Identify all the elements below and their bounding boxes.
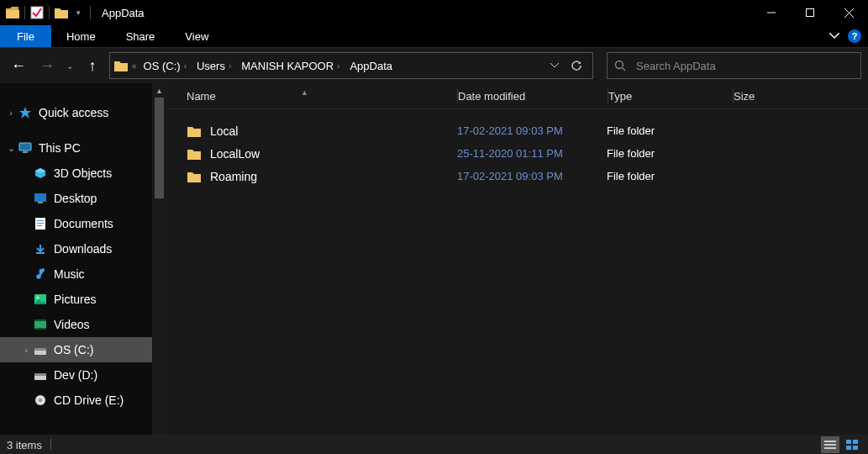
sidebar-item-label: Desktop	[54, 192, 97, 205]
ribbon-expand-icon[interactable]	[829, 33, 839, 40]
svg-rect-20	[34, 328, 46, 330]
svg-rect-31	[853, 440, 858, 444]
svg-rect-2	[807, 9, 814, 17]
file-row[interactable]: Local 17-02-2021 09:03 PM File folder	[166, 119, 868, 142]
tab-share[interactable]: Share	[111, 25, 171, 47]
file-row[interactable]: LocalLow 25-11-2020 01:11 PM File folder	[166, 142, 868, 165]
sidebar-item-label: This PC	[39, 141, 81, 155]
sidebar-item-documents[interactable]: Documents	[0, 211, 152, 236]
chevron-right-icon[interactable]: ›	[20, 345, 32, 355]
navigation-bar: ← → ⌄ ↑ « OS (C:) › Users › MANISH KAPOO…	[0, 48, 868, 83]
refresh-button[interactable]	[571, 60, 582, 71]
view-thumbnails-button[interactable]	[843, 436, 861, 453]
chevron-down-icon[interactable]: ⌄	[5, 143, 17, 154]
chevron-right-icon[interactable]: ›	[337, 61, 339, 71]
drive-icon	[32, 341, 49, 358]
svg-rect-13	[37, 223, 44, 224]
sidebar-item-dev-d[interactable]: Dev (D:)	[0, 362, 152, 388]
chevron-right-icon[interactable]: ›	[184, 61, 187, 71]
tab-file[interactable]: File	[0, 25, 51, 47]
file-name: LocalLow	[210, 147, 260, 161]
address-dropdown-icon[interactable]	[550, 63, 559, 68]
close-button[interactable]	[829, 0, 868, 25]
folder-icon	[187, 169, 202, 184]
properties-icon[interactable]	[29, 5, 45, 20]
breadcrumb-seg-0[interactable]: OS (C:) ›	[140, 60, 190, 72]
sidebar-item-os-c[interactable]: › OS (C:)	[0, 337, 152, 362]
svg-rect-22	[34, 348, 46, 351]
sidebar-item-this-pc[interactable]: ⌄ This PC	[0, 135, 152, 161]
pc-icon	[17, 140, 34, 156]
history-chevron-icon[interactable]: «	[132, 61, 137, 71]
column-header-type[interactable]: Type	[608, 90, 733, 103]
breadcrumb-seg-3[interactable]: AppData	[346, 60, 396, 72]
folder-small-icon[interactable]	[54, 5, 69, 20]
svg-rect-14	[37, 225, 42, 226]
file-row[interactable]: Roaming 17-02-2021 09:03 PM File folder	[166, 165, 868, 187]
breadcrumb-label: Users	[197, 60, 225, 72]
file-type: File folder	[607, 124, 731, 137]
scrollbar-thumb[interactable]	[155, 98, 164, 198]
sidebar-item-music[interactable]: Music	[0, 261, 152, 287]
titlebar: ▾ AppData	[0, 0, 868, 25]
file-date: 17-02-2021 09:03 PM	[457, 124, 607, 137]
breadcrumb-seg-2[interactable]: MANISH KAPOOR ›	[238, 60, 343, 72]
column-headers: Name ▲ Date modified Type Size	[166, 83, 868, 109]
maximize-button[interactable]	[791, 0, 829, 25]
column-header-size[interactable]: Size	[734, 90, 868, 103]
disc-icon	[32, 392, 49, 409]
sidebar-item-3d-objects[interactable]: 3D Objects	[0, 161, 152, 186]
sidebar-item-label: Dev (D:)	[54, 368, 97, 382]
svg-rect-10	[38, 202, 43, 203]
search-icon	[614, 60, 626, 71]
star-icon	[17, 104, 34, 121]
svg-rect-12	[37, 220, 44, 221]
file-type: File folder	[607, 170, 731, 182]
cube-icon	[32, 165, 49, 182]
svg-rect-19	[34, 319, 46, 321]
tab-home[interactable]: Home	[51, 25, 111, 47]
sidebar-item-label: Downloads	[54, 242, 112, 256]
breadcrumb-label: OS (C:)	[144, 60, 181, 72]
svg-rect-32	[846, 446, 851, 450]
scroll-up-icon[interactable]: ▴	[152, 83, 166, 98]
chevron-right-icon[interactable]: ›	[5, 108, 17, 118]
up-button[interactable]: ↑	[81, 54, 104, 77]
sidebar-item-label: Pictures	[54, 293, 97, 306]
breadcrumb-seg-1[interactable]: Users ›	[193, 60, 234, 72]
svg-point-17	[37, 297, 39, 299]
search-box[interactable]	[607, 52, 861, 79]
file-date: 25-11-2020 01:11 PM	[457, 147, 607, 160]
item-count: 3 items	[7, 439, 42, 451]
sort-asc-icon: ▲	[301, 88, 308, 97]
sidebar-item-videos[interactable]: Videos	[0, 312, 152, 337]
column-header-date[interactable]: Date modified	[458, 90, 608, 103]
view-details-button[interactable]	[821, 436, 839, 453]
tab-view[interactable]: View	[170, 25, 224, 47]
sidebar-item-cd-drive-e[interactable]: CD Drive (E:)	[0, 388, 152, 413]
video-icon	[32, 316, 49, 333]
qat-dropdown-icon[interactable]: ▾	[71, 5, 86, 20]
column-header-name[interactable]: Name ▲	[166, 90, 457, 103]
chevron-right-icon[interactable]: ›	[229, 61, 231, 71]
minimize-button[interactable]	[752, 0, 791, 25]
sidebar-item-quick-access[interactable]: › Quick access	[0, 100, 152, 125]
drive-icon	[32, 367, 49, 383]
search-input[interactable]	[634, 59, 854, 73]
sidebar-item-label: CD Drive (E:)	[54, 393, 124, 407]
sidebar-scrollbar[interactable]: ▴	[152, 83, 166, 435]
svg-rect-33	[853, 446, 858, 450]
breadcrumb-label: MANISH KAPOOR	[241, 60, 334, 72]
forward-button[interactable]: →	[35, 54, 59, 77]
back-button[interactable]: ←	[7, 54, 30, 77]
sidebar-item-pictures[interactable]: Pictures	[0, 287, 152, 312]
help-button[interactable]: ?	[848, 29, 861, 43]
sidebar-item-desktop[interactable]: Desktop	[0, 186, 152, 211]
svg-rect-7	[19, 143, 31, 150]
file-name: Local	[210, 124, 238, 138]
recent-dropdown-icon[interactable]: ⌄	[64, 54, 76, 77]
svg-rect-28	[824, 444, 836, 446]
address-bar[interactable]: « OS (C:) › Users › MANISH KAPOOR › AppD…	[109, 52, 593, 79]
sidebar-item-label: 3D Objects	[54, 166, 112, 180]
sidebar-item-downloads[interactable]: Downloads	[0, 236, 152, 261]
